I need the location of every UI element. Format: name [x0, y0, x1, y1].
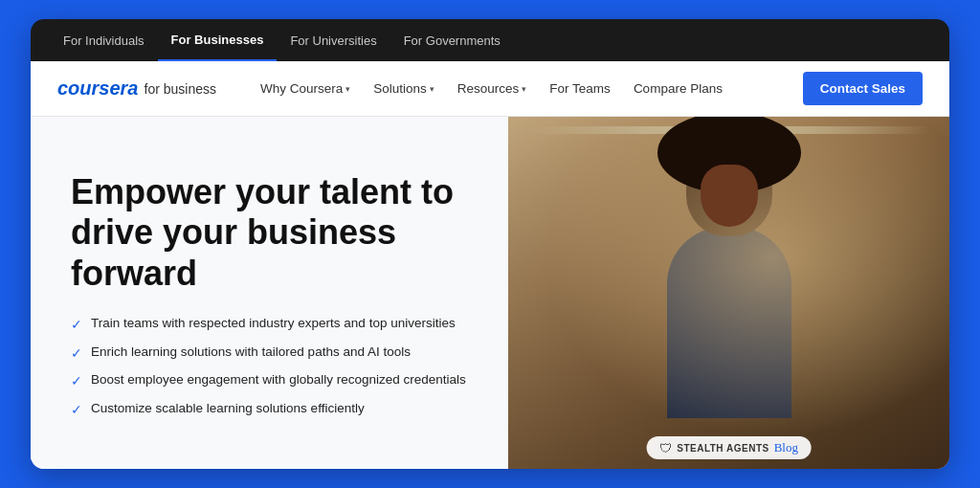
bullet-text-2: Enrich learning solutions with tailored … — [91, 344, 411, 362]
browser-window: For Individuals For Businesses For Unive… — [31, 19, 949, 469]
nav-compare-plans[interactable]: Compare Plans — [624, 76, 732, 101]
bullet-item-2: ✓ Enrich learning solutions with tailore… — [71, 344, 474, 364]
chevron-down-icon: ▾ — [522, 84, 526, 94]
hero-right: 🛡 STEALTH AGENTS Blog — [508, 117, 949, 469]
nav-solutions-label: Solutions — [373, 81, 427, 96]
shield-icon: 🛡 — [659, 441, 672, 455]
nav-solutions[interactable]: Solutions ▾ — [364, 76, 444, 101]
logo-suffix-text: for business — [145, 81, 216, 97]
checkmark-icon-3: ✓ — [71, 372, 82, 391]
logo-coursera-text: coursera — [57, 78, 139, 100]
top-nav-item-individuals[interactable]: For Individuals — [50, 19, 158, 61]
nav-compare-plans-label: Compare Plans — [634, 81, 723, 96]
site-header: coursera for business Why Coursera ▾ Sol… — [31, 61, 949, 117]
nav-for-teams[interactable]: For Teams — [540, 76, 620, 101]
hero-left: Empower your talent to drive your busine… — [31, 117, 508, 469]
nav-for-teams-label: For Teams — [549, 81, 611, 96]
checkmark-icon-4: ✓ — [71, 401, 82, 420]
bullet-item-1: ✓ Train teams with respected industry ex… — [71, 315, 474, 335]
nav-why-coursera-label: Why Coursera — [260, 81, 343, 96]
top-nav-item-governments[interactable]: For Governments — [390, 19, 514, 61]
contact-sales-button[interactable]: Contact Sales — [803, 72, 923, 105]
watermark-blog: Blog — [774, 440, 798, 455]
chevron-down-icon: ▾ — [430, 84, 434, 94]
top-nav: For Individuals For Businesses For Unive… — [31, 19, 949, 61]
watermark: 🛡 STEALTH AGENTS Blog — [646, 436, 812, 459]
nav-why-coursera[interactable]: Why Coursera ▾ — [251, 76, 360, 101]
checkmark-icon-1: ✓ — [71, 316, 82, 335]
header-nav: Why Coursera ▾ Solutions ▾ Resources ▾ F… — [251, 76, 803, 101]
hero-image — [508, 117, 949, 469]
nav-resources-label: Resources — [457, 81, 520, 96]
bullet-text-4: Customize scalable learning solutions ef… — [91, 400, 365, 418]
bullet-list: ✓ Train teams with respected industry ex… — [71, 315, 474, 419]
logo[interactable]: coursera for business — [57, 78, 216, 100]
bullet-text-3: Boost employee engagement with globally … — [91, 371, 466, 389]
top-nav-item-businesses[interactable]: For Businesses — [158, 19, 278, 61]
bullet-text-1: Train teams with respected industry expe… — [91, 315, 456, 333]
top-nav-item-universities[interactable]: For Universities — [277, 19, 390, 61]
bullet-item-3: ✓ Boost employee engagement with globall… — [71, 371, 474, 391]
checkmark-icon-2: ✓ — [71, 344, 82, 364]
main-content: Empower your talent to drive your busine… — [31, 117, 949, 469]
nav-resources[interactable]: Resources ▾ — [448, 76, 537, 101]
chevron-down-icon: ▾ — [345, 84, 350, 94]
watermark-brand: STEALTH AGENTS — [677, 443, 768, 454]
hero-title: Empower your talent to drive your busine… — [71, 172, 474, 294]
bullet-item-4: ✓ Customize scalable learning solutions … — [71, 400, 474, 420]
